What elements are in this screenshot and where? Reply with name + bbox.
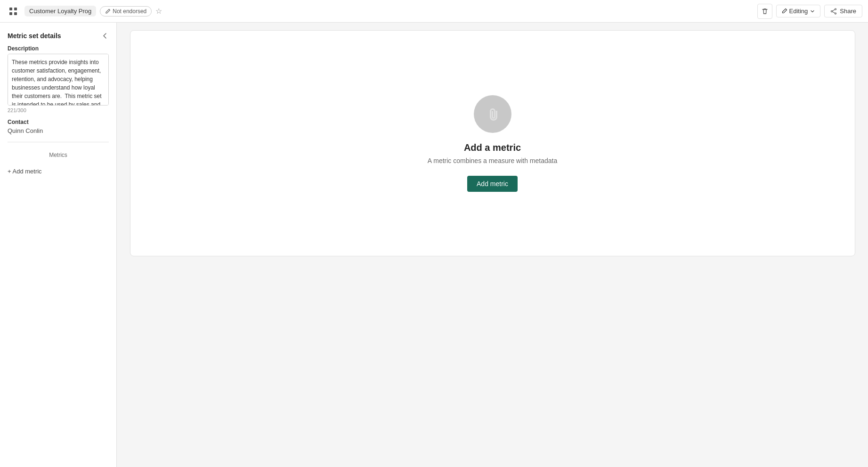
pencil-editing-icon [781, 8, 787, 14]
add-metric-link-label: + Add metric [8, 168, 42, 175]
collapse-sidebar-button[interactable] [101, 32, 109, 40]
content-area: Add a metric A metric combines a measure… [117, 23, 868, 467]
char-count: 221/300 [8, 107, 109, 113]
metric-card: Add a metric A metric combines a measure… [130, 30, 855, 256]
svg-point-6 [831, 10, 833, 12]
attachment-icon [484, 106, 501, 123]
not-endorsed-badge[interactable]: Not endorsed [100, 6, 152, 16]
svg-rect-2 [9, 12, 12, 15]
svg-point-5 [835, 13, 836, 14]
svg-rect-1 [14, 8, 17, 10]
topbar-left: Customer Loyalty Prog Not endorsed ☆ [6, 4, 757, 19]
description-section: Description These metrics provide insigh… [8, 45, 109, 113]
editing-label: Editing [789, 8, 808, 15]
editing-button[interactable]: Editing [776, 5, 821, 17]
metric-empty-subtitle: A metric combines a measure with metadat… [428, 157, 557, 164]
pencil-icon [105, 8, 111, 14]
star-button[interactable]: ☆ [155, 7, 162, 16]
share-icon [830, 8, 837, 15]
add-metric-button-label: Add metric [477, 180, 508, 188]
delete-button[interactable] [757, 4, 772, 19]
description-textarea[interactable]: These metrics provide insights into cust… [8, 54, 109, 106]
topbar: Customer Loyalty Prog Not endorsed ☆ Edi… [0, 0, 868, 23]
svg-rect-0 [9, 8, 12, 10]
sidebar: Metric set details Description These met… [0, 23, 117, 467]
trash-icon [761, 8, 769, 15]
collapse-icon [101, 32, 109, 40]
metric-empty-icon-circle [474, 95, 511, 133]
sidebar-add-metric-button[interactable]: + Add metric [8, 166, 109, 177]
not-endorsed-label: Not endorsed [113, 8, 146, 15]
metric-empty-title: Add a metric [464, 142, 521, 153]
grid-icon [9, 7, 17, 16]
grid-icon-button[interactable] [6, 4, 21, 19]
sidebar-title: Metric set details [8, 32, 61, 40]
metrics-section-label: Metrics [8, 152, 109, 158]
contact-section: Contact Quinn Conlin [8, 119, 109, 134]
add-metric-button[interactable]: Add metric [467, 176, 518, 192]
breadcrumb-tab[interactable]: Customer Loyalty Prog [24, 6, 96, 16]
main-layout: Metric set details Description These met… [0, 23, 868, 467]
divider [8, 142, 109, 142]
share-label: Share [840, 8, 856, 15]
chevron-down-icon [810, 8, 815, 14]
sidebar-header: Metric set details [8, 32, 109, 40]
contact-name: Quinn Conlin [8, 127, 109, 134]
description-label: Description [8, 45, 109, 52]
svg-rect-3 [14, 12, 17, 15]
share-button[interactable]: Share [824, 5, 862, 17]
topbar-right: Editing Share [757, 4, 862, 19]
contact-label: Contact [8, 119, 109, 125]
star-icon: ☆ [155, 7, 162, 16]
breadcrumb-label: Customer Loyalty Prog [29, 8, 91, 15]
svg-point-4 [835, 8, 836, 10]
